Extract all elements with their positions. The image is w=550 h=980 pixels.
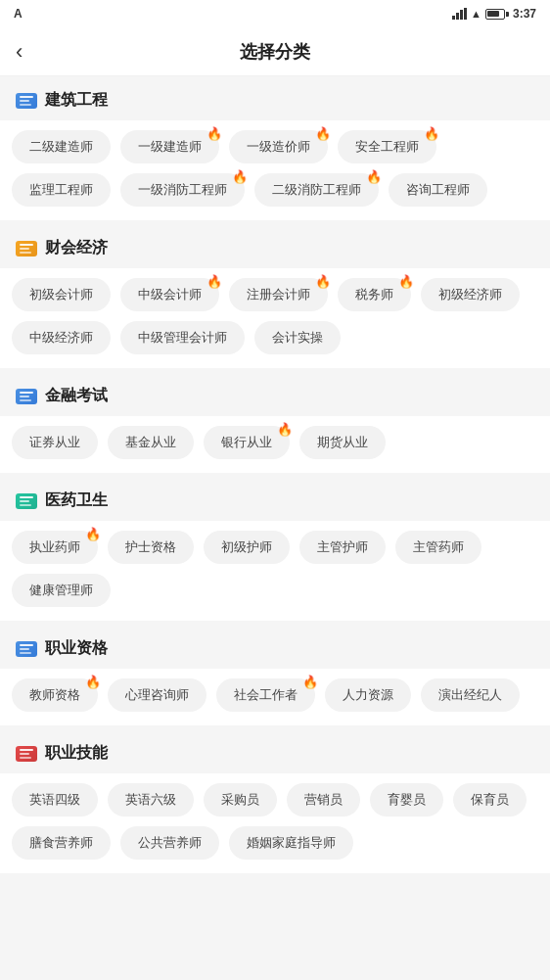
tag-finance-2[interactable]: 注册会计师🔥 [229, 278, 328, 311]
hot-badge-icon: 🔥 [423, 124, 440, 142]
tag-skills-1[interactable]: 英语六级 [108, 783, 194, 817]
wifi-icon: ▲ [471, 8, 481, 20]
back-button[interactable]: ‹ [16, 41, 23, 63]
status-icons: ▲ 3:37 [452, 7, 536, 21]
tag-finance-5[interactable]: 中级经济师 [12, 321, 111, 354]
section-header-banking: 金融考试 [0, 372, 550, 416]
tag-construction-3[interactable]: 安全工程师🔥 [338, 130, 436, 163]
category-list: 建筑工程二级建造师一级建造师🔥一级造价师🔥安全工程师🔥监理工程师一级消防工程师🔥… [0, 76, 550, 897]
svg-rect-8 [20, 399, 31, 401]
hot-badge-icon: 🔥 [84, 673, 102, 690]
tag-finance-0[interactable]: 初级会计师 [12, 278, 111, 311]
tag-medical-2[interactable]: 初级护师 [204, 531, 290, 564]
section-skills: 职业技能英语四级英语六级采购员营销员育婴员保育员膳食营养师公共营养师婚姻家庭指导… [0, 729, 550, 873]
tag-skills-5[interactable]: 保育员 [453, 783, 527, 817]
tag-banking-1[interactable]: 基金从业 [108, 426, 194, 459]
tag-construction-5[interactable]: 一级消防工程师🔥 [120, 173, 245, 207]
section-finance: 财会经济初级会计师中级会计师🔥注册会计师🔥税务师🔥初级经济师中级经济师中级管理会… [0, 224, 550, 368]
tag-finance-4[interactable]: 初级经济师 [421, 278, 520, 311]
section-icon-medical [16, 493, 37, 509]
hot-badge-icon: 🔥 [397, 272, 415, 290]
svg-rect-14 [20, 652, 31, 654]
svg-rect-13 [20, 648, 29, 650]
tag-skills-2[interactable]: 采购员 [204, 783, 277, 817]
section-banking: 金融考试证券从业基金从业银行从业🔥期货从业 [0, 372, 550, 473]
tag-skills-6[interactable]: 膳食营养师 [12, 826, 111, 860]
tag-finance-6[interactable]: 中级管理会计师 [120, 321, 245, 354]
tag-construction-4[interactable]: 监理工程师 [12, 173, 111, 207]
tag-banking-0[interactable]: 证券从业 [12, 426, 98, 459]
section-title-skills: 职业技能 [45, 743, 108, 764]
hot-badge-icon: 🔥 [231, 167, 249, 185]
hot-badge-icon: 🔥 [276, 420, 294, 438]
page-title: 选择分类 [240, 40, 310, 64]
svg-rect-17 [20, 757, 31, 759]
tag-construction-7[interactable]: 咨询工程师 [389, 173, 487, 207]
svg-rect-9 [20, 496, 33, 498]
svg-rect-1 [20, 100, 29, 102]
status-app-label: A [14, 7, 23, 21]
svg-rect-4 [20, 248, 29, 250]
tag-banking-3[interactable]: 期货从业 [299, 426, 386, 459]
svg-rect-0 [20, 96, 33, 98]
tag-vocational-2[interactable]: 社会工作者🔥 [216, 678, 315, 712]
tag-construction-0[interactable]: 二级建造师 [12, 130, 111, 163]
svg-rect-3 [20, 244, 33, 246]
hot-badge-icon: 🔥 [314, 124, 332, 142]
tag-skills-3[interactable]: 营销员 [287, 783, 360, 817]
hot-badge-icon: 🔥 [365, 167, 383, 185]
tag-medical-5[interactable]: 健康管理师 [12, 574, 111, 607]
tag-skills-7[interactable]: 公共营养师 [120, 826, 219, 860]
tag-vocational-1[interactable]: 心理咨询师 [108, 678, 206, 712]
svg-rect-12 [20, 644, 33, 646]
hot-badge-icon: 🔥 [206, 124, 223, 142]
tag-construction-6[interactable]: 二级消防工程师🔥 [254, 173, 379, 207]
tags-area-finance: 初级会计师中级会计师🔥注册会计师🔥税务师🔥初级经济师中级经济师中级管理会计师会计… [0, 268, 550, 368]
section-icon-skills [16, 746, 37, 762]
svg-rect-10 [20, 500, 29, 502]
tags-area-construction: 二级建造师一级建造师🔥一级造价师🔥安全工程师🔥监理工程师一级消防工程师🔥二级消防… [0, 120, 550, 220]
tag-construction-1[interactable]: 一级建造师🔥 [120, 130, 219, 163]
battery-icon [485, 9, 509, 20]
hot-badge-icon: 🔥 [301, 673, 319, 690]
tag-finance-1[interactable]: 中级会计师🔥 [120, 278, 219, 311]
section-header-medical: 医药卫生 [0, 477, 550, 521]
hot-badge-icon: 🔥 [84, 525, 102, 542]
section-icon-vocational [16, 641, 37, 657]
section-header-skills: 职业技能 [0, 729, 550, 773]
tag-medical-1[interactable]: 护士资格 [108, 531, 194, 564]
tag-medical-0[interactable]: 执业药师🔥 [12, 531, 98, 564]
hot-badge-icon: 🔥 [314, 272, 332, 290]
tag-medical-3[interactable]: 主管护师 [299, 531, 386, 564]
tag-skills-8[interactable]: 婚姻家庭指导师 [229, 826, 353, 860]
section-title-medical: 医药卫生 [45, 490, 108, 511]
section-header-construction: 建筑工程 [0, 76, 550, 120]
tag-banking-2[interactable]: 银行从业🔥 [204, 426, 290, 459]
tags-area-medical: 执业药师🔥护士资格初级护师主管护师主管药师健康管理师 [0, 521, 550, 621]
svg-rect-7 [20, 396, 29, 397]
tag-vocational-0[interactable]: 教师资格🔥 [12, 678, 98, 712]
section-medical: 医药卫生执业药师🔥护士资格初级护师主管护师主管药师健康管理师 [0, 477, 550, 621]
tag-skills-4[interactable]: 育婴员 [370, 783, 443, 817]
tag-finance-7[interactable]: 会计实操 [254, 321, 341, 354]
section-title-banking: 金融考试 [45, 386, 108, 406]
status-bar: A ▲ 3:37 [0, 0, 550, 27]
section-icon-finance [16, 241, 37, 257]
section-title-vocational: 职业资格 [45, 638, 108, 659]
tag-skills-0[interactable]: 英语四级 [12, 783, 98, 817]
svg-rect-5 [20, 252, 31, 254]
page-header: ‹ 选择分类 [0, 27, 550, 76]
tags-area-banking: 证券从业基金从业银行从业🔥期货从业 [0, 416, 550, 473]
svg-rect-2 [20, 104, 31, 106]
tag-construction-2[interactable]: 一级造价师🔥 [229, 130, 328, 163]
tag-vocational-4[interactable]: 演出经纪人 [421, 678, 520, 712]
svg-rect-15 [20, 749, 33, 751]
tag-vocational-3[interactable]: 人力资源 [325, 678, 411, 712]
svg-rect-11 [20, 504, 31, 506]
status-time: 3:37 [513, 7, 536, 21]
section-header-finance: 财会经济 [0, 224, 550, 268]
section-icon-construction [16, 93, 37, 109]
section-header-vocational: 职业资格 [0, 625, 550, 669]
tag-medical-4[interactable]: 主管药师 [395, 531, 481, 564]
tag-finance-3[interactable]: 税务师🔥 [338, 278, 411, 311]
